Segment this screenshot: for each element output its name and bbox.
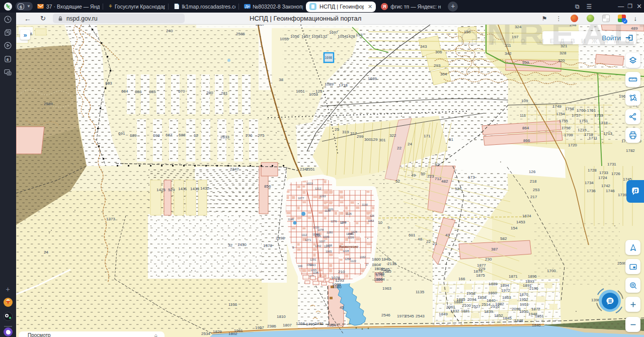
svg-text:2543: 2543: [416, 314, 425, 318]
svg-text:1718: 1718: [599, 121, 608, 125]
svg-text:1212: 1212: [315, 187, 321, 190]
svg-text:1056: 1056: [290, 34, 299, 39]
svg-text:1768: 1768: [296, 321, 305, 326]
svg-text:1430: 1430: [237, 242, 247, 247]
svg-text:125: 125: [315, 89, 323, 94]
svg-text:2422: 2422: [314, 321, 324, 326]
svg-text:1055: 1055: [280, 37, 289, 41]
svg-text:1746: 1746: [606, 189, 615, 193]
svg-text:1431: 1431: [178, 187, 187, 191]
svg-text:1881: 1881: [461, 309, 470, 313]
svg-text:22: 22: [397, 146, 401, 150]
svg-text:1146: 1146: [288, 218, 294, 221]
svg-text:1870: 1870: [519, 292, 528, 297]
svg-text:687: 687: [166, 133, 173, 137]
svg-text:1736: 1736: [587, 189, 596, 193]
svg-text:1428: 1428: [346, 34, 355, 39]
svg-text:319: 319: [342, 130, 349, 134]
svg-text:126: 126: [529, 170, 536, 174]
svg-text:49: 49: [411, 173, 416, 178]
svg-text:689: 689: [130, 133, 137, 138]
svg-text:322: 322: [389, 133, 396, 138]
svg-text:1058: 1058: [311, 34, 320, 39]
svg-text:1698: 1698: [325, 56, 333, 59]
svg-text:1877: 1877: [477, 263, 486, 268]
svg-text:133: 133: [356, 33, 363, 37]
svg-text:1265: 1265: [310, 269, 316, 272]
svg-text:324: 324: [515, 25, 522, 29]
svg-text:1875: 1875: [476, 273, 485, 278]
svg-text:1037: 1037: [319, 240, 325, 243]
svg-text:1804: 1804: [376, 277, 385, 282]
svg-text:1731: 1731: [607, 162, 616, 166]
svg-text:1171: 1171: [324, 245, 330, 248]
svg-text:1031: 1031: [348, 232, 354, 235]
svg-text:1700: 1700: [547, 269, 556, 273]
svg-text:1689: 1689: [368, 76, 377, 81]
svg-text:1756: 1756: [561, 126, 571, 130]
svg-text:1077: 1077: [298, 197, 304, 200]
svg-text:1760-1761: 1760-1761: [577, 108, 596, 113]
svg-text:2545: 2545: [405, 314, 414, 318]
svg-text:1896: 1896: [528, 274, 537, 279]
svg-text:1846: 1846: [532, 323, 541, 327]
svg-text:48: 48: [418, 237, 422, 241]
svg-text:22: 22: [426, 239, 431, 244]
svg-text:1078: 1078: [317, 228, 324, 231]
svg-text:684: 684: [121, 89, 128, 94]
svg-text:51: 51: [449, 137, 453, 142]
svg-text:1829: 1829: [213, 329, 222, 334]
svg-text:1863: 1863: [502, 295, 511, 300]
svg-text:1739: 1739: [618, 193, 627, 197]
svg-text:1837: 1837: [450, 309, 459, 313]
svg-text:1852: 1852: [494, 313, 503, 318]
svg-text:1728: 1728: [588, 168, 597, 173]
svg-text:1754: 1754: [556, 112, 565, 116]
svg-text:1139: 1139: [325, 209, 331, 212]
svg-text:1112: 1112: [301, 233, 307, 236]
svg-text:1051: 1051: [296, 89, 305, 94]
svg-text:2534: 2534: [201, 331, 210, 336]
svg-text:2527: 2527: [471, 304, 480, 309]
svg-text:1796: 1796: [306, 322, 315, 326]
svg-text:688: 688: [179, 133, 186, 137]
svg-text:217: 217: [530, 195, 537, 199]
svg-text:10: 10: [378, 220, 382, 225]
svg-text:1958: 1958: [466, 291, 475, 296]
svg-text:343: 343: [420, 44, 427, 49]
svg-text:529: 529: [168, 188, 175, 192]
svg-text:1810: 1810: [277, 314, 286, 319]
svg-text:482: 482: [441, 179, 448, 184]
svg-text:1711: 1711: [589, 136, 598, 140]
svg-text:1797: 1797: [376, 273, 385, 277]
svg-text:1291: 1291: [310, 258, 316, 261]
svg-text:1889: 1889: [489, 282, 498, 286]
svg-text:298: 298: [570, 25, 577, 27]
svg-text:218: 218: [530, 179, 537, 184]
svg-text:1126: 1126: [346, 212, 352, 215]
svg-text:24: 24: [408, 142, 412, 146]
svg-text:342: 342: [505, 51, 512, 56]
svg-text:1757: 1757: [572, 113, 581, 118]
svg-text:230: 230: [485, 257, 492, 262]
svg-text:317: 317: [350, 131, 357, 136]
svg-text:109: 109: [521, 99, 528, 103]
svg-text:150: 150: [464, 30, 471, 34]
svg-text:670: 670: [178, 89, 185, 94]
svg-text:1839: 1839: [484, 309, 493, 314]
svg-text:1162: 1162: [360, 256, 366, 259]
svg-text:1758: 1758: [565, 107, 574, 111]
svg-text:62: 62: [194, 133, 198, 138]
svg-text:1726: 1726: [611, 172, 620, 176]
svg-text:1674: 1674: [522, 214, 531, 218]
svg-text:1715: 1715: [578, 128, 587, 132]
svg-text:1054: 1054: [338, 34, 347, 39]
svg-text:601: 601: [409, 233, 416, 237]
svg-text:1130: 1130: [362, 203, 368, 206]
svg-text:683: 683: [105, 81, 112, 86]
svg-text:1963: 1963: [382, 286, 391, 291]
svg-text:1057: 1057: [301, 34, 310, 39]
svg-text:2198: 2198: [276, 236, 285, 240]
svg-text:866: 866: [523, 138, 530, 143]
svg-text:1946: 1946: [381, 257, 390, 262]
